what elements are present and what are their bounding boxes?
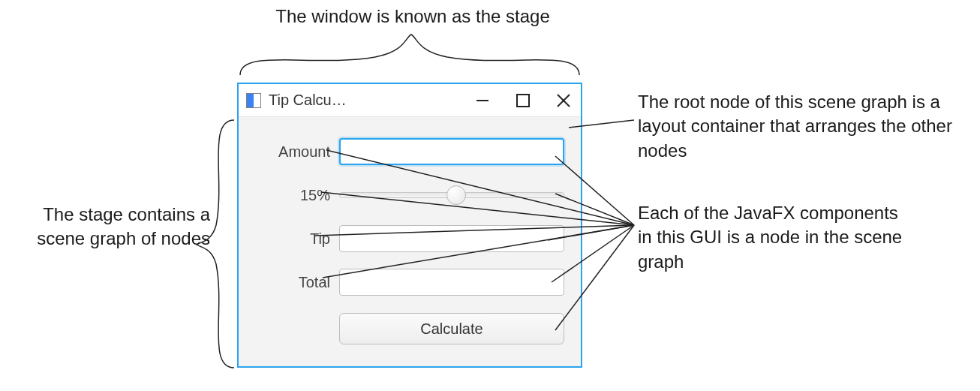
percent-label: 15% — [255, 187, 330, 204]
annotation-scene-graph: The stage contains a scene graph of node… — [0, 203, 210, 251]
svg-rect-1 — [517, 95, 529, 107]
root-layout-container: Amount 15% Tip Total Calculate — [239, 117, 581, 366]
close-icon[interactable] — [554, 91, 573, 110]
titlebar: Tip Calcu… — [239, 84, 581, 117]
stage-window: Tip Calcu… Amount 15% — [237, 83, 582, 368]
maximize-icon[interactable] — [513, 91, 533, 110]
tip-output[interactable] — [339, 225, 564, 252]
app-icon — [246, 93, 261, 108]
annotation-components: Each of the JavaFX components in this GU… — [638, 201, 908, 274]
window-title: Tip Calcu… — [269, 92, 381, 109]
tip-percent-slider[interactable] — [339, 182, 564, 209]
tip-label: Tip — [255, 230, 330, 248]
total-label: Total — [255, 274, 330, 291]
calculate-button[interactable]: Calculate — [339, 313, 564, 344]
brace-top — [240, 35, 579, 75]
total-output[interactable] — [339, 269, 564, 296]
amount-input[interactable] — [339, 138, 564, 165]
amount-label: Amount — [255, 143, 330, 161]
minimize-icon[interactable] — [473, 91, 492, 110]
annotation-root-node: The root node of this scene graph is a l… — [638, 90, 960, 163]
annotation-stage: The window is known as the stage — [240, 5, 585, 29]
slider-thumb[interactable] — [446, 185, 466, 205]
